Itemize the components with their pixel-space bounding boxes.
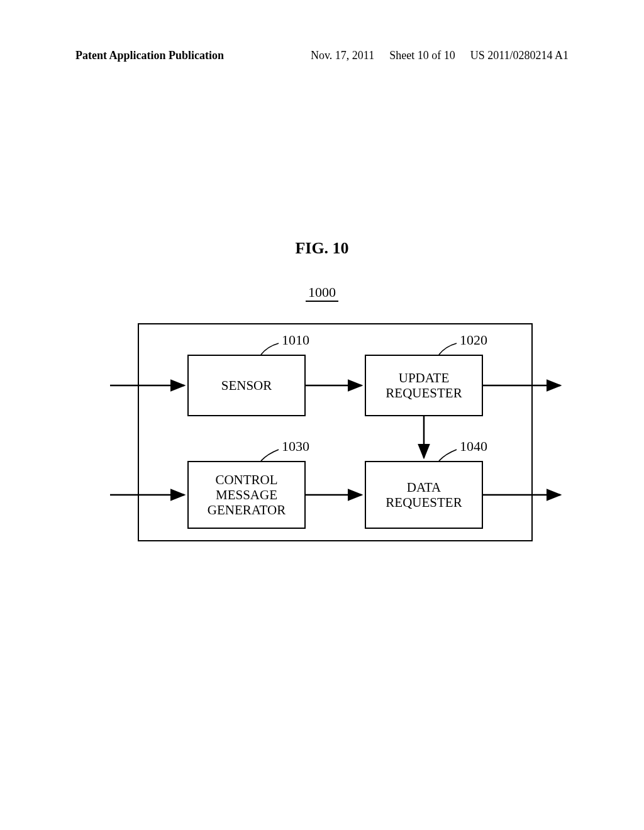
figure-title: FIG. 10 xyxy=(295,239,348,258)
leader-1040 xyxy=(439,450,457,461)
header-left: Patent Application Publication xyxy=(75,49,224,62)
leader-1030 xyxy=(261,450,279,461)
arrows-svg xyxy=(110,312,563,563)
leader-1010 xyxy=(261,343,279,355)
header-pubno: US 2011/0280214 A1 xyxy=(470,49,569,62)
header-date: Nov. 17, 2011 xyxy=(311,49,374,62)
leader-1020 xyxy=(439,343,457,355)
block-diagram: SENSOR UPDATE REQUESTER CONTROL MESSAGE … xyxy=(110,312,531,541)
header-right: Nov. 17, 2011 Sheet 10 of 10 US 2011/028… xyxy=(311,49,569,62)
page-header: Patent Application Publication Nov. 17, … xyxy=(0,49,644,62)
ref-main: 1000 xyxy=(306,284,338,302)
header-sheet: Sheet 10 of 10 xyxy=(389,49,455,62)
